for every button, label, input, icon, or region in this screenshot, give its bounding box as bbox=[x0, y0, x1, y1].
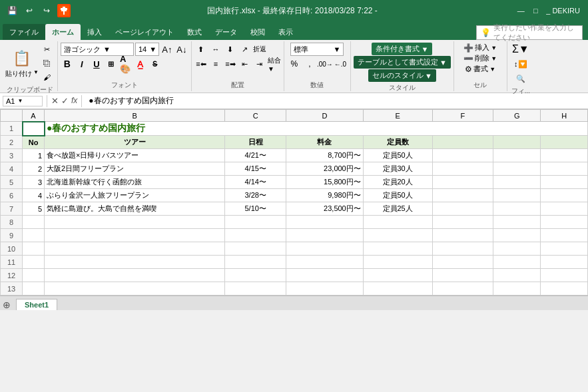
fill-color-button[interactable]: A🎨 bbox=[119, 57, 133, 71]
strikethrough-button[interactable]: S̶ bbox=[148, 57, 162, 71]
border-button[interactable]: ⊞ bbox=[105, 57, 118, 71]
cell-h5[interactable] bbox=[541, 176, 588, 189]
wrap-text-button[interactable]: 折返 bbox=[253, 43, 266, 56]
insert-label[interactable]: 挿入 bbox=[475, 43, 489, 53]
cell-f7[interactable] bbox=[432, 202, 493, 216]
cell-e2[interactable]: 定員数 bbox=[363, 136, 432, 149]
decimal-inc-button[interactable]: .00→ bbox=[318, 57, 332, 71]
col-header-d[interactable]: D bbox=[286, 110, 364, 122]
find-button[interactable]: 🔍 bbox=[513, 72, 528, 85]
delete-label[interactable]: 削除 bbox=[475, 53, 489, 63]
cell-f5[interactable] bbox=[432, 176, 493, 189]
formula-input[interactable]: ●春のおすすめ国内旅行 bbox=[86, 95, 585, 107]
cancel-formula-icon[interactable]: ✕ bbox=[51, 96, 59, 106]
undo-icon[interactable]: ↩ bbox=[23, 4, 36, 17]
add-sheet-button[interactable]: ⊕ bbox=[3, 299, 11, 310]
cell-d6[interactable]: 9,980円〜 bbox=[286, 189, 364, 202]
cell-g3[interactable] bbox=[493, 149, 541, 162]
copy-button[interactable]: ⿻ bbox=[40, 57, 55, 70]
cut-button[interactable]: ✂ bbox=[40, 43, 55, 56]
tab-page-layout[interactable]: ページレイアウト bbox=[109, 24, 180, 40]
pin-icon[interactable] bbox=[57, 4, 71, 17]
cell-f4[interactable] bbox=[432, 162, 493, 176]
align-middle-button[interactable]: ↔ bbox=[209, 43, 222, 56]
align-bottom-button[interactable]: ⬇ bbox=[224, 43, 237, 56]
cell-g2[interactable] bbox=[493, 136, 541, 149]
format-label[interactable]: 書式 bbox=[473, 64, 488, 74]
cell-g4[interactable] bbox=[493, 162, 541, 176]
cell-f6[interactable] bbox=[432, 189, 493, 202]
tab-view[interactable]: 表示 bbox=[272, 24, 300, 40]
cell-e5[interactable]: 定員20人 bbox=[363, 176, 432, 189]
cell-b2[interactable]: ツアー bbox=[45, 136, 225, 149]
tab-data[interactable]: データ bbox=[208, 24, 244, 40]
minimize-button[interactable]: — bbox=[514, 4, 527, 17]
table-format-button[interactable]: テーブルとして書式設定 ▼ bbox=[354, 56, 451, 69]
col-header-c[interactable]: C bbox=[225, 110, 286, 122]
cell-d2[interactable]: 料金 bbox=[286, 136, 364, 149]
italic-button[interactable]: I bbox=[75, 57, 89, 71]
cell-c2[interactable]: 日程 bbox=[225, 136, 286, 149]
col-header-b[interactable]: B bbox=[45, 110, 225, 122]
cell-b6[interactable]: ぶらり金沢一人旅フリープラン bbox=[45, 189, 225, 202]
align-top-button[interactable]: ⬆ bbox=[194, 43, 208, 56]
font-color-button[interactable]: A̲ bbox=[134, 57, 147, 71]
cell-a1[interactable] bbox=[23, 122, 45, 136]
cell-ref-chevron[interactable]: ▼ bbox=[17, 98, 23, 104]
cell-h6[interactable] bbox=[541, 189, 588, 202]
cell-g5[interactable] bbox=[493, 176, 541, 189]
cell-d3[interactable]: 8,700円〜 bbox=[286, 149, 364, 162]
cell-b1[interactable]: ●春のおすすめ国内旅行 bbox=[45, 122, 588, 136]
cell-e3[interactable]: 定員50人 bbox=[363, 149, 432, 162]
font-name-chevron[interactable]: ▼ bbox=[103, 45, 111, 53]
tab-formulas[interactable]: 数式 bbox=[180, 24, 208, 40]
cell-c6[interactable]: 3/28〜 bbox=[225, 189, 286, 202]
font-increase-button[interactable]: A↑ bbox=[160, 43, 174, 56]
cell-a5[interactable]: 3 bbox=[23, 176, 45, 189]
text-angle-button[interactable]: ↗ bbox=[238, 43, 252, 56]
cell-h2[interactable] bbox=[541, 136, 588, 149]
cell-a2[interactable]: No bbox=[23, 136, 45, 149]
confirm-formula-icon[interactable]: ✓ bbox=[61, 96, 69, 106]
cell-f2[interactable] bbox=[432, 136, 493, 149]
cell-c5[interactable]: 4/14〜 bbox=[225, 176, 286, 189]
tab-home[interactable]: ホーム bbox=[45, 24, 81, 40]
cell-h7[interactable] bbox=[541, 202, 588, 216]
col-header-e[interactable]: E bbox=[363, 110, 432, 122]
comma-button[interactable]: , bbox=[302, 57, 317, 71]
paste-dropdown-icon[interactable]: ▼ bbox=[33, 69, 39, 79]
cell-c3[interactable]: 4/21〜 bbox=[225, 149, 286, 162]
bold-button[interactable]: B bbox=[61, 57, 74, 71]
decimal-dec-button[interactable]: ←.0 bbox=[333, 57, 348, 71]
cell-d5[interactable]: 15,800円〜 bbox=[286, 176, 364, 189]
cell-e6[interactable]: 定員50人 bbox=[363, 189, 432, 202]
align-left-button[interactable]: ≡⬅ bbox=[194, 57, 208, 71]
cell-c4[interactable]: 4/15〜 bbox=[225, 162, 286, 176]
cell-d7[interactable]: 23,500円〜 bbox=[286, 202, 364, 216]
sum-button[interactable]: Σ▼ bbox=[513, 43, 528, 56]
cell-d4[interactable]: 23,000円〜 bbox=[286, 162, 364, 176]
cell-b4[interactable]: 大阪2日間フリープラン bbox=[45, 162, 225, 176]
insert-function-icon[interactable]: fx bbox=[71, 96, 77, 106]
cell-a7[interactable]: 5 bbox=[23, 202, 45, 216]
cell-e4[interactable]: 定員30人 bbox=[363, 162, 432, 176]
col-header-f[interactable]: F bbox=[432, 110, 493, 122]
maximize-button[interactable]: □ bbox=[529, 4, 542, 17]
sheet-tab-1[interactable]: Sheet1 bbox=[16, 299, 57, 310]
conditional-format-button[interactable]: 条件付き書式 ▼ bbox=[372, 43, 432, 55]
cell-style-button[interactable]: セルのスタイル ▼ bbox=[368, 69, 436, 82]
cell-h3[interactable] bbox=[541, 149, 588, 162]
number-format-dropdown[interactable]: 標準 ▼ bbox=[290, 43, 344, 56]
sort-button[interactable]: ↕🔽 bbox=[513, 57, 528, 71]
cell-a4[interactable]: 2 bbox=[23, 162, 45, 176]
indent-dec-button[interactable]: ⇤ bbox=[238, 57, 252, 71]
cell-f3[interactable] bbox=[432, 149, 493, 162]
cell-a3[interactable]: 1 bbox=[23, 149, 45, 162]
cell-b5[interactable]: 北海道新幹線で行く函館の旅 bbox=[45, 176, 225, 189]
col-header-g[interactable]: G bbox=[493, 110, 541, 122]
font-size-dropdown[interactable]: 14 ▼ bbox=[135, 43, 159, 56]
indent-inc-button[interactable]: ⇥ bbox=[253, 57, 266, 71]
redo-icon[interactable]: ↪ bbox=[40, 4, 53, 17]
cell-b3[interactable]: 食べ放題×日帰りバスツアー bbox=[45, 149, 225, 162]
col-header-h[interactable]: H bbox=[541, 110, 588, 122]
